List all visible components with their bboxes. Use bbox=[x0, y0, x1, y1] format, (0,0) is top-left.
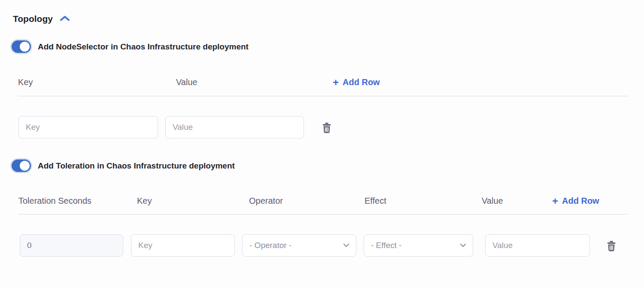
topology-panel: Topology Add NodeSelector in Chaos Infra… bbox=[0, 0, 644, 288]
add-row-label: Add Row bbox=[562, 196, 599, 206]
toleration-seconds-input[interactable] bbox=[20, 234, 123, 257]
column-header-toleration-seconds: Toleration Seconds bbox=[18, 196, 91, 206]
effect-select-value: - Effect - bbox=[371, 241, 401, 250]
column-header-key: Key bbox=[137, 196, 152, 206]
operator-select-value: - Operator - bbox=[249, 241, 292, 250]
column-header-effect: Effect bbox=[365, 196, 386, 206]
nodeselector-toggle[interactable] bbox=[12, 40, 31, 53]
toleration-toggle[interactable] bbox=[12, 159, 31, 172]
toleration-toggle-label: Add Toleration in Chaos Infrastructure d… bbox=[38, 161, 235, 171]
trash-icon bbox=[321, 122, 333, 134]
trash-icon bbox=[605, 240, 617, 252]
toleration-toggle-row: Add Toleration in Chaos Infrastructure d… bbox=[12, 159, 235, 172]
toleration-add-row-button[interactable]: + Add Row bbox=[552, 196, 599, 206]
column-header-value: Value bbox=[482, 196, 503, 206]
column-header-operator: Operator bbox=[249, 196, 283, 206]
nodeselector-delete-row-button[interactable] bbox=[320, 121, 334, 135]
toleration-value-input[interactable] bbox=[485, 234, 590, 257]
toggle-knob bbox=[20, 42, 30, 52]
page-title: Topology bbox=[13, 14, 53, 24]
column-header-key: Key bbox=[18, 77, 33, 87]
table-header-divider bbox=[18, 214, 628, 214]
nodeselector-toggle-label: Add NodeSelector in Chaos Infrastructure… bbox=[38, 42, 249, 52]
chevron-down-icon bbox=[460, 243, 466, 248]
toleration-key-input[interactable] bbox=[131, 234, 235, 257]
plus-icon: + bbox=[552, 197, 558, 205]
nodeselector-toggle-row: Add NodeSelector in Chaos Infrastructure… bbox=[12, 40, 249, 53]
operator-select[interactable]: - Operator - bbox=[242, 234, 356, 257]
table-header-divider bbox=[18, 96, 628, 96]
nodeselector-key-input[interactable] bbox=[18, 116, 158, 138]
column-header-value: Value bbox=[176, 77, 197, 87]
toleration-delete-row-button[interactable] bbox=[605, 239, 618, 253]
plus-icon: + bbox=[333, 78, 339, 87]
chevron-down-icon bbox=[343, 243, 349, 248]
topology-section-header[interactable]: Topology bbox=[13, 13, 70, 25]
nodeselector-add-row-button[interactable]: + Add Row bbox=[333, 77, 380, 87]
collapse-chevron-icon[interactable] bbox=[59, 14, 70, 25]
add-row-label: Add Row bbox=[343, 77, 380, 87]
nodeselector-value-input[interactable] bbox=[165, 116, 304, 138]
effect-select[interactable]: - Effect - bbox=[364, 234, 473, 257]
toggle-knob bbox=[20, 161, 30, 171]
